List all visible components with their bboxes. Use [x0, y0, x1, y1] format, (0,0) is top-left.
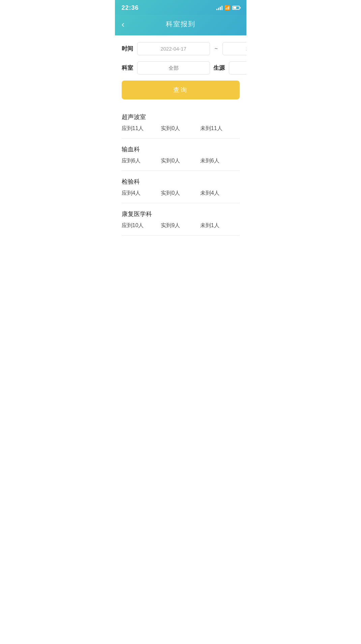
dept-actual: 实到0人 [161, 190, 200, 197]
dept-item: 康复医学科 应到10人 实到9人 未到1人 [122, 203, 240, 236]
dept-item: 检验科 应到4人 实到0人 未到4人 [122, 171, 240, 203]
dept-absent: 未到6人 [200, 157, 240, 164]
dept-item: 超声波室 应到11人 实到0人 未到11人 [122, 106, 240, 139]
signal-icon [216, 5, 222, 10]
dept-name: 康复医学科 [122, 210, 240, 218]
dept-absent: 未到11人 [200, 125, 240, 132]
battery-icon [232, 6, 240, 10]
back-button[interactable]: ‹ [122, 20, 125, 29]
main-content: 时间 ~ 科室 生源 查询 超声波室 应到11人 实到0人 未到11人 输血科 [115, 35, 246, 236]
results-list: 超声波室 应到11人 实到0人 未到11人 输血科 应到6人 实到0人 未到6人… [122, 106, 240, 236]
wifi-icon: 📶 [224, 5, 230, 10]
dept-actual: 实到0人 [161, 125, 200, 132]
page-title: 科室报到 [166, 20, 195, 29]
status-bar: 22:36 📶 [115, 0, 246, 15]
dept-absent: 未到1人 [200, 222, 240, 229]
dept-item: 输血科 应到6人 实到0人 未到6人 [122, 139, 240, 171]
status-time: 22:36 [122, 4, 139, 11]
dept-stats: 应到11人 实到0人 未到11人 [122, 125, 240, 138]
time-label: 时间 [122, 45, 134, 53]
filter-section: 时间 ~ 科室 生源 查询 [122, 42, 240, 106]
dept-name: 输血科 [122, 145, 240, 153]
dept-stats: 应到10人 实到9人 未到1人 [122, 222, 240, 235]
dept-name: 检验科 [122, 178, 240, 186]
source-input[interactable] [229, 61, 246, 74]
dept-expected: 应到10人 [122, 222, 161, 229]
dept-stats: 应到6人 实到0人 未到6人 [122, 157, 240, 171]
source-label: 生源 [213, 64, 225, 72]
dept-actual: 实到9人 [161, 222, 200, 229]
dept-stats: 应到4人 实到0人 未到4人 [122, 190, 240, 203]
query-button[interactable]: 查询 [122, 81, 240, 99]
dept-expected: 应到11人 [122, 125, 161, 132]
time-filter-row: 时间 ~ [122, 42, 240, 55]
dept-absent: 未到4人 [200, 190, 240, 197]
date-separator: ~ [213, 46, 219, 52]
dept-name: 超声波室 [122, 113, 240, 121]
dept-input[interactable] [137, 61, 210, 74]
dept-actual: 实到0人 [161, 157, 200, 164]
dept-source-filter-row: 科室 生源 [122, 61, 240, 74]
date-to-input[interactable] [222, 42, 246, 55]
dept-expected: 应到4人 [122, 190, 161, 197]
status-icons: 📶 [216, 5, 240, 10]
date-from-input[interactable] [137, 42, 210, 55]
page-header: ‹ 科室报到 [115, 15, 246, 35]
dept-label: 科室 [122, 64, 134, 72]
dept-expected: 应到6人 [122, 157, 161, 164]
